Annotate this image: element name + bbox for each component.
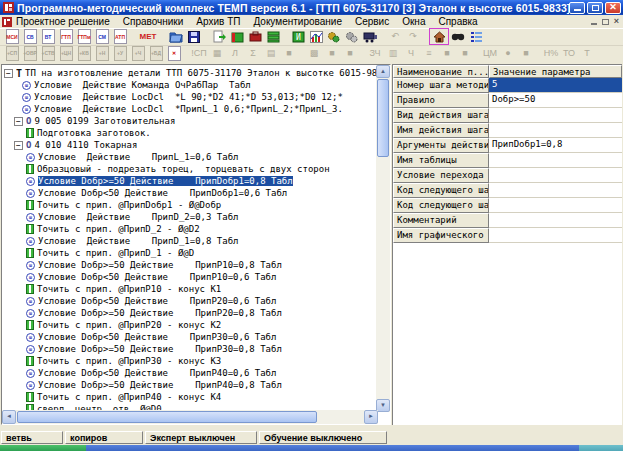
expander-icon[interactable]: − <box>14 141 23 150</box>
tree-row[interactable]: Точить с прип. @ПрипP40 - конус К4 <box>2 391 377 403</box>
property-value[interactable] <box>489 168 622 183</box>
menu-item-4[interactable]: Сервис <box>355 16 389 27</box>
status-cell-1[interactable]: копиров <box>65 431 143 444</box>
sv-document-button[interactable]: СВ <box>21 29 39 44</box>
msi-document-button[interactable]: МСИ <box>3 29 21 44</box>
close-button[interactable]: ✕ <box>605 2 621 14</box>
property-row[interactable]: Код следующего шаг <box>393 198 622 213</box>
tree-row[interactable]: шУсловие Dобр>=50 Действие ПрипDобр1=0,8… <box>2 175 377 187</box>
tree-row[interactable]: −ТТП на изготовление детали ТТП 6075-311… <box>2 67 377 79</box>
tree-row[interactable]: Точить с прип. @ПрипP30 - конус К3 <box>2 355 377 367</box>
layers-button[interactable] <box>264 29 282 44</box>
tree-row[interactable]: шУсловие Действие LocDcl *ПрипL_1 0,6;*П… <box>2 103 377 115</box>
gtp-document-button[interactable]: ГТП <box>57 29 75 44</box>
gears-gray-button[interactable] <box>343 29 361 44</box>
status-cell-0[interactable]: ветвь <box>1 431 63 444</box>
property-row[interactable]: Код следующего шаг <box>393 183 622 198</box>
gears-color-button[interactable] <box>325 29 343 44</box>
status-cell-2[interactable]: Эксперт выключен <box>145 431 257 444</box>
chart-button[interactable] <box>307 29 325 44</box>
property-value[interactable] <box>489 228 622 243</box>
tree-row[interactable]: шУсловие Действие ПрипD_2=0,3 Табл <box>2 211 377 223</box>
property-row[interactable]: Вид действия шага <box>393 108 622 123</box>
status-cell-3[interactable]: Обучение выключено <box>259 431 387 444</box>
met-button[interactable]: МЕТ <box>136 29 160 44</box>
menu-item-2[interactable]: Архив ТП <box>196 16 240 27</box>
scroll-up-button[interactable]: ▲ <box>376 65 390 78</box>
atp-document-button[interactable]: АТП <box>111 29 129 44</box>
property-value[interactable] <box>489 213 622 228</box>
tree-row[interactable]: шУсловие Dобр>=50 Действие ПрипP10=0,8 Т… <box>2 259 377 271</box>
open-folder-button[interactable] <box>167 29 185 44</box>
tree-row[interactable]: −O9 005 0199 Заготовительная <box>2 115 377 127</box>
book-button[interactable] <box>228 29 246 44</box>
property-row[interactable]: ПравилоDобр>=50 <box>393 93 622 108</box>
delete-button[interactable]: ✕ <box>165 46 183 61</box>
property-row[interactable]: Аргументы действияПрипDобр1=0,8 <box>393 138 622 153</box>
property-value[interactable] <box>489 153 622 168</box>
expander-icon[interactable]: − <box>4 69 13 78</box>
save-button[interactable] <box>185 29 203 44</box>
mdi-minimize-button[interactable] <box>591 23 597 25</box>
machine-button[interactable] <box>361 29 379 44</box>
scroll-down-button[interactable]: ▼ <box>376 399 390 412</box>
property-value[interactable]: ПрипDобр1=0,8 <box>489 138 622 153</box>
tree-row[interactable]: шУсловие Dобр<50 Действие ПрипDобр1=0,6 … <box>2 187 377 199</box>
vt-document-button[interactable]: ВТ <box>39 29 57 44</box>
menu-item-0[interactable]: Проектное решение <box>16 16 110 27</box>
sm-document-button[interactable]: СМ <box>93 29 111 44</box>
property-value[interactable]: Dобр>=50 <box>489 93 622 108</box>
menu-item-6[interactable]: Справка <box>438 16 477 27</box>
property-value[interactable] <box>489 183 622 198</box>
property-row[interactable]: Номер шага методик5 <box>393 78 622 93</box>
tree-horizontal-scrollbar[interactable]: ◄ ► <box>2 410 378 424</box>
property-value[interactable] <box>489 198 622 213</box>
vertical-scroll-thumb[interactable] <box>377 79 389 157</box>
tree-row[interactable]: −O4 010 4110 Токарная <box>2 139 377 151</box>
tree-row[interactable]: шУсловие Dобр<50 Действие ПрипP30=0,6 Та… <box>2 331 377 343</box>
horizontal-scroll-thumb[interactable] <box>17 411 317 423</box>
tree-row[interactable]: Точить с прип. @ПрипP10 - конус К1 <box>2 283 377 295</box>
export-button[interactable] <box>210 29 228 44</box>
mdi-close-button[interactable]: × <box>614 17 619 26</box>
tree-row[interactable]: шУсловие Действие ПрипD_1=0,8 Табл <box>2 235 377 247</box>
tree-row[interactable]: шУсловие Dобр<50 Действие ПрипP40=0,6 Та… <box>2 367 377 379</box>
green-box-button[interactable]: И <box>289 29 307 44</box>
property-value[interactable]: 5 <box>489 78 622 93</box>
tree-vertical-scrollbar[interactable]: ▲ ▼ <box>376 65 390 412</box>
property-row[interactable]: Имя графического ф <box>393 228 622 243</box>
mdi-restore-button[interactable] <box>602 19 609 25</box>
tree-row[interactable]: шУсловие Действие ПрипL_1=0,6 Табл <box>2 151 377 163</box>
expander-icon[interactable]: − <box>14 117 23 126</box>
tree-row[interactable]: шУсловие Dобр<50 Действие ПрипP10=0,6 Та… <box>2 271 377 283</box>
property-row[interactable]: Условие перехода н <box>393 168 622 183</box>
tree-row[interactable]: шУсловие Dобр<50 Действие ПрипP20=0,6 Та… <box>2 295 377 307</box>
tree-row[interactable]: шУсловие Dобр>=50 Действие ПрипP20=0,8 Т… <box>2 307 377 319</box>
property-value[interactable] <box>489 108 622 123</box>
home-button[interactable] <box>429 28 449 45</box>
tree-row[interactable]: шУсловие Dобр>=50 Действие ПрипP30=0,8 Т… <box>2 343 377 355</box>
tree-row[interactable]: шУсловие Dобр>=50 Действие ПрипP40=0,8 Т… <box>2 379 377 391</box>
menu-item-5[interactable]: Окна <box>402 16 425 27</box>
menu-item-1[interactable]: Справочники <box>123 16 184 27</box>
tree-row[interactable]: Точить с прип. @ПрипD_1 - Ø@D <box>2 247 377 259</box>
briefcase-button[interactable] <box>246 29 264 44</box>
tree-row[interactable]: Точить с прип. @ПрипDобр1 - Ø@Dобр <box>2 199 377 211</box>
minimize-button[interactable] <box>569 2 585 14</box>
scroll-right-button[interactable]: ► <box>364 410 378 424</box>
find-button[interactable] <box>449 29 467 44</box>
restore-button[interactable] <box>587 2 603 14</box>
tree-row[interactable]: шУсловие Действие LocDcl *L 90;*D2 41;*D… <box>2 91 377 103</box>
scroll-left-button[interactable]: ◄ <box>2 410 16 424</box>
property-row[interactable]: Имя действия шага <box>393 123 622 138</box>
tree-row[interactable]: Подготовка заготовок. <box>2 127 377 139</box>
gtp-ms-document-button[interactable]: ГТПм <box>75 29 93 44</box>
menu-item-3[interactable]: Документирование <box>253 16 342 27</box>
tree-row[interactable]: Образцовый - подрезать торец, торцевать … <box>2 163 377 175</box>
property-value[interactable] <box>489 123 622 138</box>
property-row[interactable]: Имя таблицы <box>393 153 622 168</box>
tree-list-button[interactable] <box>467 29 485 44</box>
tree-row[interactable]: шУсловие Действие Команда ОчРабПар Табл <box>2 79 377 91</box>
tree-row[interactable]: Точить с прип. @ПрипP20 - конус К2 <box>2 319 377 331</box>
property-row[interactable]: Комментарий <box>393 213 622 228</box>
